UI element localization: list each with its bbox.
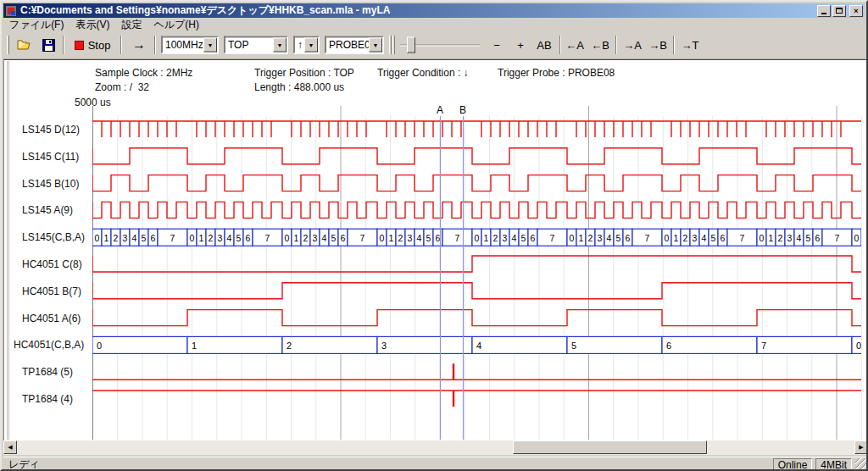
resize-grip[interactable] — [855, 458, 867, 470]
info-trigger-position: Trigger Position : TOP — [254, 67, 354, 79]
channel-label-7: HC4051 A(6) — [22, 313, 81, 324]
time-scale-label: 5000 us — [75, 97, 111, 108]
trigger-position-combo[interactable]: TOP ▼ — [224, 36, 288, 54]
toolbar-separator — [154, 36, 156, 54]
run-arrow-icon: → — [132, 37, 146, 53]
stop-button[interactable]: Stop — [70, 35, 115, 55]
window-title: C:¥Documents and Settings¥noname¥デスクトップ¥… — [20, 3, 815, 18]
channel-label-2: LS145 B(10) — [22, 178, 79, 190]
horizontal-scrollbar[interactable]: ◀ ▶ — [3, 441, 868, 455]
menu-view[interactable]: 表示(V) — [70, 17, 115, 33]
slider-handle[interactable] — [407, 37, 415, 53]
toolbar-separator — [673, 36, 675, 54]
status-bar: レディ Online 4MBit — [3, 457, 868, 471]
toolbar: Stop → 100MHz ▼ TOP ▼ ↑ ▼ PROBE00 ▼ — [3, 31, 865, 59]
title-bar: C:¥Documents and Settings¥noname¥デスクトップ¥… — [3, 3, 865, 18]
goto-trigger-button[interactable]: →T — [678, 35, 702, 55]
label-splitter[interactable] — [7, 61, 9, 440]
stop-icon — [75, 41, 84, 50]
goto-cursor-a-left-button[interactable]: ←A — [563, 35, 587, 55]
sample-clock-combo[interactable]: 100MHz ▼ — [161, 36, 219, 54]
channel-label-6: HC4051 B(7) — [22, 285, 81, 297]
chevron-down-icon[interactable]: ▼ — [304, 38, 318, 53]
open-file-button[interactable] — [14, 35, 36, 55]
stop-label: Stop — [88, 39, 111, 52]
scrollbar-thumb[interactable] — [513, 441, 707, 454]
application-window: C:¥Documents and Settings¥noname¥デスクトップ¥… — [0, 0, 868, 471]
channel-label-1: LS145 C(11) — [22, 151, 79, 163]
chevron-down-icon[interactable]: ▼ — [203, 38, 217, 53]
floppy-disk-icon — [42, 39, 55, 52]
status-message: レディ — [3, 457, 773, 471]
zoom-in-button[interactable]: + — [510, 35, 531, 55]
menu-help[interactable]: ヘルプ(H) — [147, 17, 205, 33]
toolbar-grip — [7, 36, 9, 54]
channel-label-0: LS145 D(12) — [22, 124, 80, 136]
chevron-down-icon[interactable]: ▼ — [369, 38, 382, 53]
info-trigger-condition: Trigger Condition : ↓ — [377, 67, 469, 79]
toolbar-grip — [389, 36, 392, 54]
run-button[interactable]: → — [127, 35, 151, 55]
chevron-down-icon[interactable]: ▼ — [273, 38, 287, 53]
minimize-button[interactable] — [817, 5, 831, 17]
channel-label-5: HC4051 C(8) — [22, 258, 82, 270]
status-memory: 4MBit — [815, 458, 852, 471]
goto-cursor-a-right-button[interactable]: →A — [620, 35, 644, 55]
maximize-button[interactable] — [832, 5, 846, 17]
toolbar-separator — [559, 36, 561, 54]
zoom-slider[interactable] — [400, 37, 480, 53]
goto-cursor-b-left-button[interactable]: ←B — [588, 35, 612, 55]
toolbar-separator — [615, 36, 617, 54]
app-icon — [5, 5, 17, 17]
zoom-ab-button[interactable]: AB — [532, 35, 556, 55]
goto-cursor-b-right-button[interactable]: →B — [646, 35, 670, 55]
info-trigger-probe: Trigger Probe : PROBE08 — [498, 67, 615, 79]
save-button[interactable] — [37, 35, 59, 55]
open-folder-icon — [17, 39, 32, 51]
trigger-position-value: TOP — [228, 39, 248, 51]
waveform-panel — [3, 59, 868, 441]
channel-label-3: LS145 A(9) — [22, 204, 73, 216]
zoom-out-button[interactable]: − — [487, 35, 507, 55]
toolbar-grip — [392, 36, 395, 54]
menu-bar: ファイル(F) 表示(V) 設定 ヘルプ(H) — [3, 18, 865, 31]
channel-label-9: TP1684 (5) — [22, 366, 73, 378]
scroll-right-button[interactable]: ▶ — [854, 441, 868, 454]
menu-settings[interactable]: 設定 — [115, 17, 147, 33]
channel-label-4: LS145(C,B,A) — [22, 231, 85, 243]
toolbar-separator — [120, 36, 122, 54]
trigger-edge-value: ↑ — [298, 39, 303, 51]
info-sample-clock: Sample Clock : 2MHz — [95, 67, 192, 79]
trigger-edge-combo[interactable]: ↑ ▼ — [293, 36, 320, 54]
status-online: Online — [773, 458, 813, 471]
sample-clock-value: 100MHz — [165, 39, 203, 51]
channel-label-8: HC4051(C,B,A) — [14, 339, 84, 351]
toolbar-separator — [63, 36, 64, 54]
close-button[interactable]: × — [849, 5, 863, 17]
trigger-probe-combo[interactable]: PROBE00 ▼ — [325, 36, 384, 54]
channel-label-10: TP1684 (4) — [22, 393, 73, 405]
info-length: Length : 488.000 us — [254, 81, 344, 93]
scroll-left-button[interactable]: ◀ — [3, 441, 17, 454]
info-zoom: Zoom : / 32 — [95, 81, 149, 93]
menu-file[interactable]: ファイル(F) — [3, 17, 70, 33]
